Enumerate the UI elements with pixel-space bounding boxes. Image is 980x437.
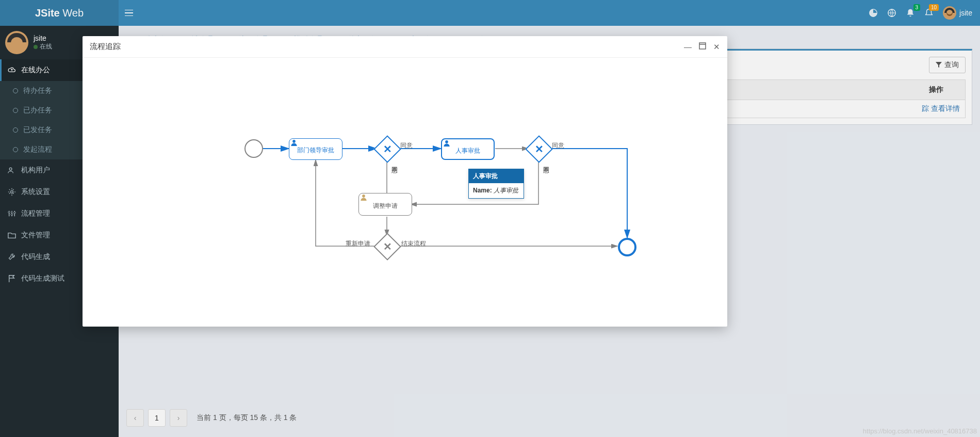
bpmn-tooltip: 人事审批 Name: 人事审批 — [468, 169, 524, 199]
tooltip-title: 人事审批 — [469, 169, 524, 183]
user-task-icon — [358, 193, 369, 201]
modal-body: 部门领导审批 ✕ 人事审批 ✕ 调整申请 ✕ 同意 不同意 同意 不同意 重新申… — [83, 58, 727, 327]
modal-minimize[interactable]: — — [684, 42, 692, 52]
bpmn-diagram[interactable]: 部门领导审批 ✕ 人事审批 ✕ 调整申请 ✕ 同意 不同意 同意 不同意 重新申… — [83, 58, 727, 327]
modal-maximize[interactable] — [699, 42, 706, 52]
svg-rect-7 — [699, 43, 706, 49]
bpmn-gateway-1[interactable]: ✕ — [373, 135, 401, 163]
svg-point-10 — [362, 195, 365, 198]
edge-label-agree-2: 同意 — [552, 141, 564, 150]
diagram-edges — [83, 58, 727, 327]
bpmn-gateway-2[interactable]: ✕ — [525, 135, 553, 163]
modal-title: 流程追踪 — [90, 42, 121, 52]
bpmn-task-dept-approval[interactable]: 部门领导审批 — [289, 138, 342, 160]
edge-label-end: 结束流程 — [401, 239, 426, 248]
bpmn-task-hr-approval[interactable]: 人事审批 — [441, 138, 495, 160]
edge-label-agree-1: 同意 — [400, 141, 413, 150]
user-task-icon — [442, 139, 452, 147]
modal-close[interactable]: ✕ — [713, 42, 720, 52]
edge-label-reapply: 重新申请 — [346, 239, 370, 248]
modal-header: 流程追踪 — ✕ — [83, 36, 727, 58]
svg-point-8 — [292, 140, 296, 143]
svg-point-9 — [445, 140, 448, 143]
user-task-icon — [289, 138, 299, 147]
bpmn-gateway-3[interactable]: ✕ — [373, 233, 401, 261]
watermark: https://blog.csdn.net/weixin_40816738 — [863, 427, 977, 435]
bpmn-task-adjust[interactable]: 调整申请 — [358, 193, 412, 216]
modal-process-trace: 流程追踪 — ✕ — [83, 36, 727, 327]
bpmn-end-event[interactable] — [618, 238, 636, 256]
bpmn-start-event[interactable] — [244, 139, 263, 158]
